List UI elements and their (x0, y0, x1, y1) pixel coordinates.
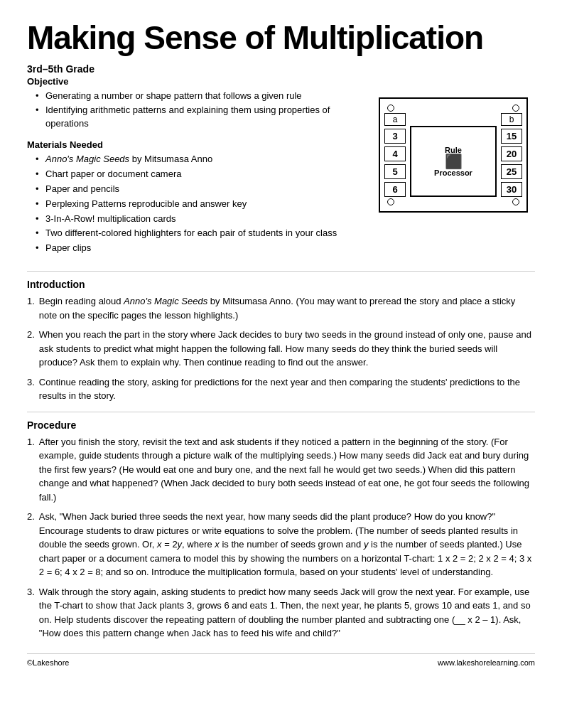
list-item: Paper and pencils (36, 183, 364, 196)
col-a-val-2: 4 (384, 146, 406, 161)
objective-label: Objective (27, 76, 364, 87)
list-item: 3-In-A-Row! multiplication cards (36, 213, 364, 226)
col-a-val-1: 3 (384, 129, 406, 144)
col-b-val-4: 30 (501, 182, 522, 197)
list-item: Paper clips (36, 242, 364, 255)
introduction-section: Introduction 1. Begin reading aloud Anno… (27, 279, 535, 403)
introduction-heading: Introduction (27, 279, 535, 290)
page-title: Making Sense of Multiplication (27, 20, 535, 56)
objective-list: Generating a number or shape pattern tha… (27, 90, 364, 132)
procedure-heading: Procedure (27, 419, 535, 431)
col-b-val-1: 15 (501, 129, 522, 144)
list-item: Identifying arithmetic patterns and expl… (36, 104, 364, 131)
list-item: 3. Walk through the story again, asking … (27, 585, 535, 641)
list-item: 2. When you reach the part in the story … (27, 328, 535, 370)
processor-sub-label: Processor (434, 168, 472, 177)
footer: ©Lakeshore www.lakeshorelearning.com (27, 653, 535, 667)
circle-bottom-right (512, 198, 519, 205)
list-item: 1. Begin reading aloud Anno's Magic Seed… (27, 294, 535, 322)
introduction-list: 1. Begin reading aloud Anno's Magic Seed… (27, 294, 535, 403)
col-a-val-3: 5 (384, 164, 406, 179)
rule-processor-diagram: a 3 4 5 6 Rule ⬛ Processor b 15 20 (379, 97, 535, 213)
divider-1 (27, 271, 535, 272)
footer-right: www.lakeshorelearning.com (438, 658, 535, 667)
col-a-val-4: 6 (384, 182, 406, 197)
procedure-list: 1. After you finish the story, revisit t… (27, 435, 535, 641)
circle-top-left (387, 105, 394, 112)
intro-item-1: Begin reading aloud Anno's Magic Seeds b… (39, 294, 535, 322)
divider-2 (27, 412, 535, 412)
footer-left: ©Lakeshore (27, 658, 69, 667)
column-a: a 3 4 5 6 (384, 113, 406, 197)
materials-label: Materials Needed (27, 139, 364, 150)
circle-top-right (512, 105, 519, 112)
col-b-label: b (501, 113, 522, 126)
list-item: Chart paper or document camera (36, 168, 364, 181)
objective-section: Objective Generating a number or shape p… (27, 76, 364, 132)
grade-label: 3rd–5th Grade (27, 63, 535, 75)
list-item: 3. Continue reading the story, asking fo… (27, 375, 535, 403)
list-item: Generating a number or shape pattern tha… (36, 90, 364, 103)
proc-item-1: After you finish the story, revisit the … (39, 435, 535, 505)
proc-item-3: Walk through the story again, asking stu… (39, 585, 535, 641)
list-item: Two different-colored highlighters for e… (36, 227, 364, 240)
materials-list: Anno's Magic Seeds by Mitsumasa Anno Cha… (27, 153, 364, 255)
processor-rule-label: Rule (445, 146, 462, 154)
list-item: 1. After you finish the story, revisit t… (27, 435, 535, 505)
col-b-val-3: 25 (501, 164, 522, 179)
list-item: Perplexing Patterns reproducible and ans… (36, 198, 364, 211)
circle-bottom-left (387, 198, 394, 205)
list-item: 2. Ask, "When Jack buried three seeds th… (27, 510, 535, 579)
intro-item-2: When you reach the part in the story whe… (39, 328, 535, 370)
proc-item-2: Ask, "When Jack buried three seeds the n… (39, 510, 535, 579)
processor-chip-icon: ⬛ (445, 154, 463, 168)
column-b: b 15 20 25 30 (501, 113, 522, 197)
col-b-val-2: 20 (501, 146, 522, 161)
processor-box: Rule ⬛ Processor (410, 126, 497, 197)
procedure-section: Procedure 1. After you finish the story,… (27, 419, 535, 641)
col-a-label: a (384, 113, 406, 126)
materials-section: Materials Needed Anno's Magic Seeds by M… (27, 139, 364, 255)
intro-item-3: Continue reading the story, asking for p… (39, 375, 535, 403)
list-item: Anno's Magic Seeds by Mitsumasa Anno (36, 153, 364, 166)
